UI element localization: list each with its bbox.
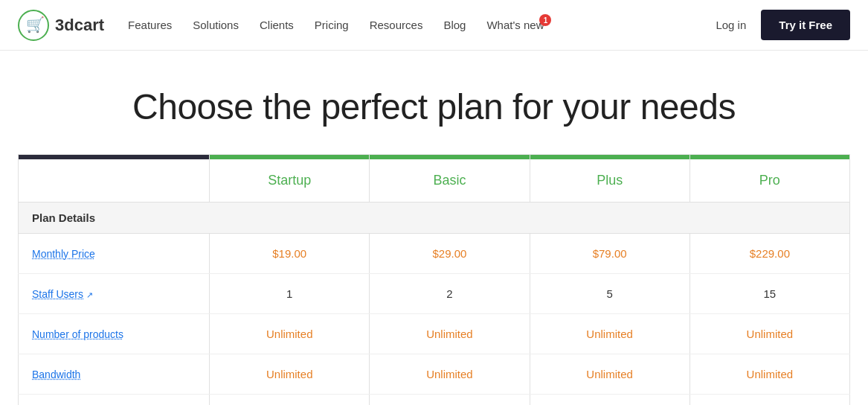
email-plus: 10 <box>530 395 689 406</box>
price-startup: $19.00 <box>210 234 370 274</box>
plan-startup-header: Startup <box>210 159 370 202</box>
plan-basic-header: Basic <box>370 159 530 202</box>
email-basic: 5 <box>370 395 530 406</box>
staff-users-row: Staff Users ↗ 1 2 5 15 <box>19 274 850 314</box>
email-accounts-label[interactable]: Email Accounts <box>19 395 210 406</box>
products-startup: Unlimited <box>210 314 370 354</box>
price-pro: $229.00 <box>689 234 849 274</box>
pricing-section: Startup Basic Plus Pro Plan Details Mont… <box>0 154 868 405</box>
bandwidth-label[interactable]: Bandwidth <box>19 354 210 395</box>
staff-users-link[interactable]: Staff Users <box>32 288 83 300</box>
whats-new-wrap: What's new 1 <box>486 19 544 31</box>
bandwidth-startup: Unlimited <box>210 354 370 395</box>
plan-plus-header: Plus <box>530 159 689 202</box>
header: 🛒 3dcart Features Solutions Clients Pric… <box>0 0 868 51</box>
staff-users-label[interactable]: Staff Users ↗ <box>19 274 210 314</box>
try-free-button[interactable]: Try it Free <box>761 10 850 40</box>
products-plus: Unlimited <box>530 314 689 354</box>
logo[interactable]: 🛒 3dcart <box>18 10 104 41</box>
logo-icon: 🛒 <box>18 10 49 41</box>
section-header-row: Plan Details <box>19 202 850 234</box>
staff-basic: 2 <box>370 274 530 314</box>
bandwidth-row: Bandwidth Unlimited Unlimited Unlimited … <box>19 354 850 395</box>
nav-whats-new[interactable]: What's new <box>486 19 544 31</box>
bandwidth-plus: Unlimited <box>530 354 689 395</box>
staff-plus: 5 <box>530 274 689 314</box>
plan-pro-header: Pro <box>689 159 849 202</box>
nav-features[interactable]: Features <box>128 19 172 31</box>
login-link[interactable]: Log in <box>716 19 746 31</box>
bandwidth-pro: Unlimited <box>689 354 849 395</box>
main-nav: Features Solutions Clients Pricing Resou… <box>128 19 716 31</box>
products-pro: Unlimited <box>689 314 849 354</box>
notification-badge: 1 <box>539 14 551 26</box>
plan-header-row: Startup Basic Plus Pro <box>19 159 850 202</box>
nav-pricing[interactable]: Pricing <box>315 19 349 31</box>
price-plus: $79.00 <box>530 234 689 274</box>
empty-header-cell <box>19 159 210 202</box>
price-basic: $29.00 <box>370 234 530 274</box>
logo-text: 3dcart <box>55 16 104 35</box>
external-link-icon: ↗ <box>86 290 93 299</box>
nav-blog[interactable]: Blog <box>443 19 466 31</box>
email-startup: 2 <box>210 395 370 406</box>
header-actions: Log in Try it Free <box>716 10 850 40</box>
nav-resources[interactable]: Resources <box>370 19 423 31</box>
pricing-table: Startup Basic Plus Pro Plan Details Mont… <box>18 154 850 405</box>
monthly-price-row: Monthly Price $19.00 $29.00 $79.00 $229.… <box>19 234 850 274</box>
email-accounts-row: Email Accounts 2 5 10 30 <box>19 395 850 406</box>
nav-clients[interactable]: Clients <box>260 19 294 31</box>
plan-details-header: Plan Details <box>19 202 850 234</box>
staff-startup: 1 <box>210 274 370 314</box>
svg-text:🛒: 🛒 <box>26 16 45 34</box>
products-basic: Unlimited <box>370 314 530 354</box>
products-label[interactable]: Number of products <box>19 314 210 354</box>
email-pro: 30 <box>689 395 849 406</box>
staff-pro: 15 <box>689 274 849 314</box>
hero-section: Choose the perfect plan for your needs <box>0 51 868 154</box>
bandwidth-basic: Unlimited <box>370 354 530 395</box>
hero-title: Choose the perfect plan for your needs <box>18 86 850 127</box>
monthly-price-label[interactable]: Monthly Price <box>19 234 210 274</box>
nav-solutions[interactable]: Solutions <box>193 19 239 31</box>
products-row: Number of products Unlimited Unlimited U… <box>19 314 850 354</box>
